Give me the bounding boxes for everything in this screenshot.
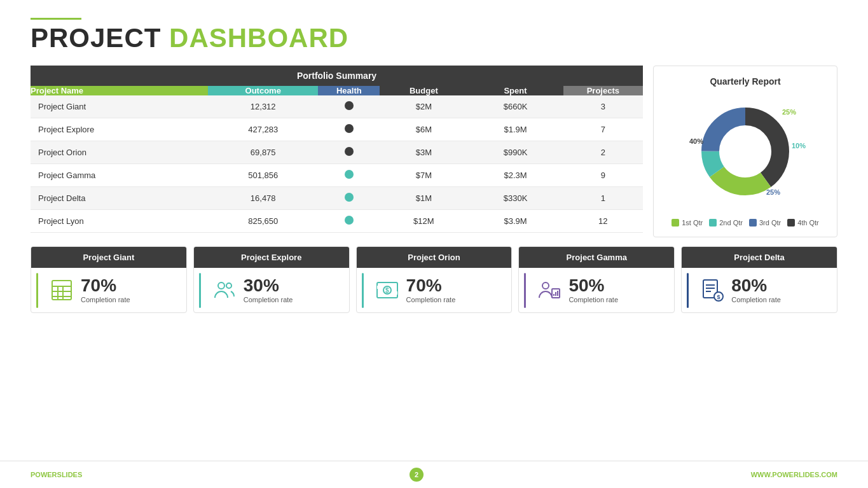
cell-outcome: 16,478 [208,187,318,210]
card-accent-bar [687,273,689,308]
card-label: Completion rate [568,296,618,303]
cell-projects: 2 [563,141,643,164]
card-accent-bar [199,273,201,308]
card-accent-bar [362,273,364,308]
svg-point-12 [218,282,224,289]
card-body: 70% Completion rate [31,268,186,312]
project-card: Project Giant 70% Completion rate [31,246,187,313]
card-body: $ 70% Completion rate [357,268,512,312]
title-dashboard: DASHBOARD [169,23,348,53]
cell-outcome: 427,283 [208,118,318,141]
cell-projects: 7 [563,118,643,141]
cards-section: Project Giant 70% Completion rate Projec… [0,237,868,313]
card-body: 30% Completion rate [194,268,349,312]
page-number: 2 [410,468,424,482]
donut-label-1st: 25% [782,108,796,116]
svg-point-13 [226,283,231,288]
svg-point-19 [542,282,549,289]
card-percent: 50% [568,277,618,295]
cell-projects: 9 [563,164,643,187]
legend-label-1st: 1st Qtr [682,219,703,227]
table-row: Project Gamma 501,856 $7M $2.3M 9 [31,164,643,187]
card-accent-bar [524,273,526,308]
card-body: 50% Completion rate [519,268,674,312]
cell-project-name: Project Delta [31,187,208,210]
card-content: 70% Completion rate [81,277,130,303]
chart-legend: 1st Qtr 2nd Qtr 3rd Qtr 4th Qtr [672,219,819,227]
card-header: Project Orion [357,247,512,268]
cell-spent: $3.9M [467,210,563,233]
page-header: PROJECT DASHBOARD [0,0,868,58]
card-percent: 80% [731,277,781,295]
card-icon [537,277,562,303]
cell-projects: 1 [563,187,643,210]
project-card: Project Gamma 50% Completion rate [518,246,675,313]
donut-label-3rd: 25% [766,188,780,196]
cell-budget: $7M [380,164,467,187]
cell-health [318,118,380,141]
quarterly-title: Quarterly Report [710,76,780,87]
card-label: Completion rate [731,296,781,303]
card-accent-bar [36,273,38,308]
svg-rect-17 [377,286,380,289]
legend-label-2nd: 2nd Qtr [719,219,743,227]
project-card: Project Orion $ 70% Completion rate [356,246,513,313]
col-header-projects: Projects [563,86,643,95]
cell-project-name: Project Giant [31,95,208,118]
cell-budget: $12M [380,210,467,233]
legend-dot-3rd [749,219,757,227]
legend-label-4th: 4th Qtr [797,219,819,227]
cell-health [318,95,380,118]
table-row: Project Giant 12,312 $2M $660K 3 [31,95,643,118]
card-label: Completion rate [406,296,456,303]
card-label: Completion rate [244,296,293,303]
cell-spent: $2.3M [467,164,563,187]
legend-label-3rd: 3rd Qtr [759,219,781,227]
project-card: Project Delta $ 80% Completion rate [681,246,837,313]
donut-label-2nd: 10% [792,142,806,150]
brand-slides: SLIDES [57,471,83,478]
page-footer: POWERSLIDES 2 WWW.POWERLIDES.COM [0,461,868,488]
svg-text:$: $ [385,287,389,294]
table-row: Project Lyon 825,650 $12M $3.9M 12 [31,210,643,233]
cell-spent: $660K [467,95,563,118]
svg-rect-18 [394,291,397,295]
cell-spent: $330K [467,187,563,210]
project-card: Project Explore 30% Completion rate [193,246,350,313]
legend-dot-1st [672,219,679,227]
cell-health [318,210,380,233]
card-body: $ 80% Completion rate [682,268,837,312]
cell-budget: $3M [380,141,467,164]
card-icon [212,277,237,303]
card-header: Project Delta [682,247,837,268]
cell-outcome: 69,875 [208,141,318,164]
page-title: PROJECT DASHBOARD [31,25,837,52]
quarterly-section: Quarterly Report 25% 10% 25% 40% [653,66,837,237]
card-icon: $ [375,277,400,303]
card-icon: $ [699,277,725,303]
cell-project-name: Project Explore [31,118,208,141]
portfolio-section: Portfolio Summary Project Name Outcome H… [31,66,643,237]
cell-health [318,164,380,187]
card-header: Project Explore [194,247,349,268]
card-header: Project Giant [31,247,186,268]
portfolio-table: Portfolio Summary Project Name Outcome H… [31,66,643,233]
card-content: 50% Completion rate [568,277,618,303]
legend-dot-4th [787,219,795,227]
legend-1st: 1st Qtr [672,219,703,227]
header-accent-line [31,18,81,20]
table-row: Project Delta 16,478 $1M $330K 1 [31,187,643,210]
table-row: Project Explore 427,283 $6M $1.9M 7 [31,118,643,141]
cell-project-name: Project Orion [31,141,208,164]
card-percent: 70% [406,277,456,295]
legend-4th: 4th Qtr [787,219,819,227]
card-content: 80% Completion rate [731,277,781,303]
portfolio-title: Portfolio Summary [31,66,643,86]
cell-budget: $6M [380,118,467,141]
cell-outcome: 825,650 [208,210,318,233]
legend-3rd: 3rd Qtr [749,219,781,227]
card-header: Project Gamma [519,247,674,268]
card-percent: 70% [81,277,130,295]
col-header-project: Project Name [31,86,208,95]
col-header-health: Health [318,86,380,95]
